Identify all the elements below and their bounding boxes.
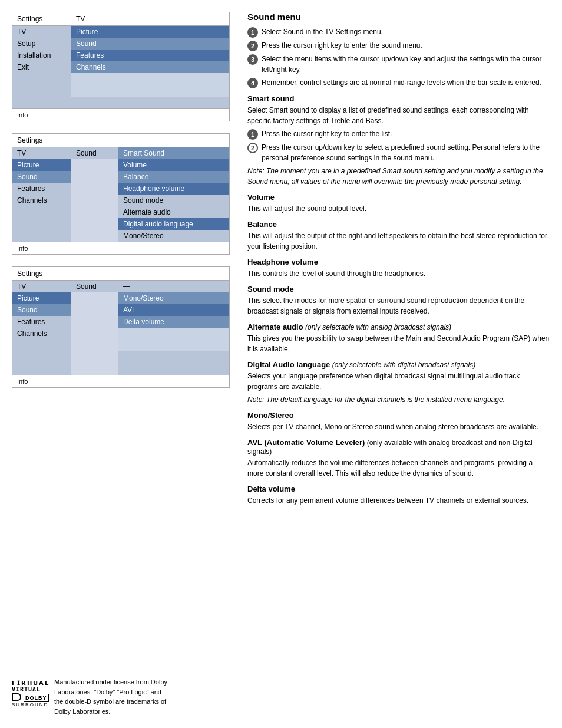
step1-text: Select Sound in the TV Settings menu. — [262, 27, 550, 37]
panel-1: Settings TV TV Setup Installation Exit P… — [12, 12, 230, 121]
step-2: 2 Press the cursor right key to enter th… — [247, 40, 550, 51]
smart-step1-badge: 1 — [247, 129, 258, 140]
panel2-col1-empty1 — [12, 206, 71, 218]
panel1-col2-picture[interactable]: Picture — [71, 26, 229, 38]
panel2-header-settings: Settings — [12, 134, 71, 147]
avl-title: AVL (Automatic Volume Leveler) — [247, 438, 365, 447]
panel3-col3-deltavolume[interactable]: Delta volume — [118, 316, 229, 328]
panel1-col2-features[interactable]: Features — [71, 50, 229, 61]
smart-step2-badge: 2 — [247, 143, 258, 153]
panel2-col3-monostereo[interactable]: Mono/Stereo — [118, 230, 229, 242]
panel1-header-settings: Settings — [12, 12, 71, 25]
section-avl: AVL (Automatic Volume Leveler) (only ava… — [247, 438, 550, 456]
main-title: Sound menu — [247, 12, 550, 22]
panel-2: Settings TV Picture Sound Features Chann… — [12, 133, 230, 255]
panel2-col3-headphone[interactable]: Headphone volume — [118, 183, 229, 195]
panel1-col2-empty2 — [71, 85, 229, 97]
headphone-body: This controls the level of sound through… — [247, 268, 550, 279]
panel3-col3-dash[interactable]: — — [118, 281, 229, 292]
panel3-col1-empty3 — [12, 363, 71, 375]
panel1-col1-empty1 — [12, 73, 71, 85]
delta-volume-body: Corrects for any permanent volume differ… — [247, 495, 550, 506]
panel3-col3-empty3 — [118, 351, 229, 363]
panel2-col3-balance[interactable]: Balance — [118, 171, 229, 183]
step4-text: Remember, control settings are at normal… — [262, 77, 550, 88]
panel2-col1-sound[interactable]: Sound — [12, 171, 71, 183]
panel2-col1-tv[interactable]: TV — [12, 147, 71, 159]
step-3: 3 Select the menu items with the cursor … — [247, 54, 550, 75]
mono-stereo-body: Selects per TV channel, Mono or Stereo s… — [247, 421, 550, 432]
step3-badge: 3 — [247, 54, 258, 65]
step1-badge: 1 — [247, 27, 258, 38]
panel2-col3-digitalaudio[interactable]: Digital audio language — [118, 218, 229, 230]
panel1-col2-channels[interactable]: Channels — [71, 61, 229, 73]
panel1-col1-installation[interactable]: Installation — [12, 50, 71, 61]
section-sound-mode: Sound mode — [247, 285, 550, 294]
smart-step2-text: Press the cursor up/down key to select a… — [262, 142, 550, 163]
panel3-col1-tv[interactable]: TV — [12, 281, 71, 292]
panel3-col1-sound[interactable]: Sound — [12, 304, 71, 316]
panel1-col1-empty3 — [12, 97, 71, 108]
panel3-header-settings: Settings — [12, 267, 71, 280]
section-alternate-audio: Alternate audio (only selectable with an… — [247, 322, 550, 331]
alternate-audio-suffix: (only selectable with analog broadcast s… — [303, 323, 451, 331]
sound-mode-body: This select the modes for more spatial o… — [247, 295, 550, 317]
panel3-footer: Info — [12, 375, 229, 387]
section-headphone-volume: Headphone volume — [247, 258, 550, 266]
dolby-symbols: DOLBY — [12, 693, 49, 701]
panel2-col1-features[interactable]: Features — [12, 183, 71, 195]
alternate-audio-title: Alternate audio — [247, 322, 303, 331]
panel1-footer: Info — [12, 108, 229, 121]
panel3-col1-empty2 — [12, 351, 71, 363]
panel3-header-tvsound — [71, 267, 229, 280]
panel2-col3-smartsound[interactable]: Smart Sound — [118, 147, 229, 159]
section-digital-audio: Digital Audio language (only selectable … — [247, 360, 550, 369]
panel2-footer: Info — [12, 242, 229, 254]
panel2-col3-volume[interactable]: Volume — [118, 159, 229, 171]
panel2-col1-picture[interactable]: Picture — [12, 159, 71, 171]
alternate-audio-body: This gives you the possibility to swap b… — [247, 333, 550, 354]
panel3-col3-empty1 — [118, 328, 229, 340]
step2-badge: 2 — [247, 41, 258, 51]
panel1-col2-empty1 — [71, 73, 229, 85]
smart-sound-body: Select Smart sound to display a list of … — [247, 105, 550, 126]
panel2-col3-altaudio[interactable]: Alternate audio — [118, 206, 229, 218]
panel1-header-tv: TV — [71, 12, 229, 25]
panel3-col1-picture[interactable]: Picture — [12, 292, 71, 304]
step-1: 1 Select Sound in the TV Settings menu. — [247, 27, 550, 38]
panel2-col1-channels[interactable]: Channels — [12, 195, 71, 206]
digital-audio-body: Selects your language preference when di… — [247, 371, 550, 392]
step2-text: Press the cursor right key to enter the … — [262, 40, 550, 51]
panel1-col1-exit[interactable]: Exit — [12, 61, 71, 73]
smart-step-1: 1 Press the cursor right key to enter th… — [247, 129, 550, 140]
section-mono-stereo: Mono/Stereo — [247, 411, 550, 420]
right-column: Sound menu 1 Select Sound in the TV Sett… — [242, 12, 550, 716]
panel3-col3-empty2 — [118, 340, 229, 351]
panel1-col2-empty3 — [71, 97, 229, 108]
digital-audio-suffix: (only selectable with digital broadcast … — [330, 361, 475, 369]
panel3-col1-channels[interactable]: Channels — [12, 328, 71, 340]
balance-body: This will adjust the output of the right… — [247, 230, 550, 252]
panel3-col3-monostereo[interactable]: Mono/Stereo — [118, 292, 229, 304]
panel1-col1-setup[interactable]: Setup — [12, 38, 71, 50]
section-volume: Volume — [247, 193, 550, 202]
smart-sound-note: Note: The moment you are in a predefined… — [247, 166, 550, 187]
virtual-text: 𝗙𝗜𝗥𝗛𝗨𝗔𝗟 — [12, 680, 49, 686]
panel2-header-tvsound — [71, 134, 229, 147]
left-column: Settings TV TV Setup Installation Exit P… — [12, 12, 230, 716]
panel1-col2-sound[interactable]: Sound — [71, 38, 229, 50]
panel2-col3-soundmode[interactable]: Sound mode — [118, 195, 229, 206]
section-delta-volume: Delta volume — [247, 485, 550, 493]
dolby-footer-text: Manufactured under license from Dolby La… — [54, 677, 167, 716]
step4-badge: 4 — [247, 78, 258, 88]
footer-logos: 𝗙𝗜𝗥𝗛𝗨𝗔𝗟 VIRTUAL DOLBY SURROUND Manufactu… — [12, 666, 230, 716]
panel1-col1-tv[interactable]: TV — [12, 26, 71, 38]
avl-body: Automatically reduces the volume differe… — [247, 457, 550, 479]
smart-step-2: 2 Press the cursor up/down key to select… — [247, 142, 550, 163]
virtual-surround-label: VIRTUAL — [12, 686, 41, 693]
page: Settings TV TV Setup Installation Exit P… — [0, 0, 562, 728]
panel3-col1-features[interactable]: Features — [12, 316, 71, 328]
panel3-col3-avl[interactable]: AVL — [118, 304, 229, 316]
volume-body: This will adjust the sound output level. — [247, 203, 550, 214]
section-smart-sound: Smart sound — [247, 94, 550, 103]
